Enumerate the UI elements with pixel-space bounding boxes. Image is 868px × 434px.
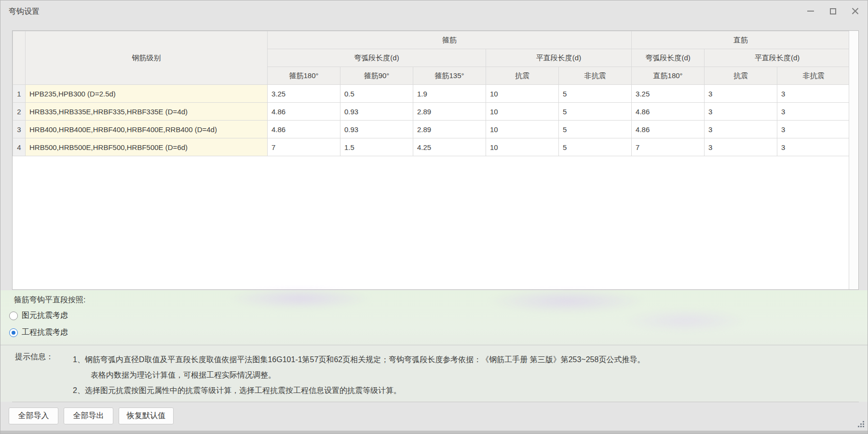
cell-rebar-level[interactable]: HRB500,HRB500E,HRBF500,HRBF500E (D=6d): [26, 138, 268, 156]
hint-line-3: 2、选择图元抗震按图元属性中的抗震等级计算，选择工程抗震按工程信息设置的抗震等级…: [73, 383, 645, 398]
export-all-button[interactable]: 全部导出: [64, 407, 113, 424]
cell-value[interactable]: 5: [559, 103, 632, 121]
window-title: 弯钩设置: [9, 7, 40, 17]
cell-value[interactable]: 3.25: [268, 85, 340, 103]
header-stirrup-straight-length: 平直段长度(d): [486, 49, 632, 67]
cell-value[interactable]: 5: [559, 85, 632, 103]
header-stirrup-135: 箍筋135°: [413, 67, 486, 85]
resize-grip-icon[interactable]: [856, 420, 864, 427]
hint-line-1: 1、钢筋弯弧内直径D取值及平直段长度取值依据平法图集16G101-1第57页和6…: [73, 352, 645, 367]
cell-value[interactable]: 4.86: [632, 121, 705, 138]
cell-rebar-level[interactable]: HRB400,HRB400E,HRBF400,HRBF400E,RRB400 (…: [26, 121, 268, 138]
table-scrollbar[interactable]: [849, 31, 858, 289]
hint-label: 提示信息：: [15, 352, 54, 362]
cell-value[interactable]: 7: [632, 138, 705, 156]
cell-value[interactable]: 3: [705, 121, 777, 138]
cell-value[interactable]: 3.25: [632, 85, 705, 103]
cell-value[interactable]: 3: [777, 85, 850, 103]
cell-value[interactable]: 3: [705, 138, 777, 156]
cell-value[interactable]: 3: [705, 103, 777, 121]
hook-settings-table: 钢筋级别 箍筋 直筋 弯弧段长度(d) 平直段长度(d) 弯弧段长度(d) 平直…: [12, 30, 859, 290]
table-row: 2 HRB335,HRB335E,HRBF335,HRBF335E (D=4d)…: [13, 103, 850, 121]
close-button[interactable]: [847, 4, 863, 18]
cell-value[interactable]: 4.25: [413, 138, 486, 156]
header-seismic: 抗震: [486, 67, 559, 85]
stirrup-hook-option-section: 箍筋弯钩平直段按照: 图元抗震考虑 工程抗震考虑: [0, 290, 868, 345]
hint-line-2: 表格内数据为理论计算值，可根据工程实际情况调整。: [73, 367, 645, 383]
cell-rebar-level[interactable]: HRB335,HRB335E,HRBF335,HRBF335E (D=4d): [26, 103, 268, 121]
header-stirrup-180: 箍筋180°: [268, 67, 340, 85]
cell-value[interactable]: 4.86: [268, 103, 340, 121]
table-row: 1 HPB235,HPB300 (D=2.5d) 3.25 0.5 1.9 10…: [13, 85, 850, 103]
header-non-seismic: 非抗震: [559, 67, 632, 85]
minimize-icon: [807, 11, 814, 12]
cell-value[interactable]: 5: [559, 121, 632, 138]
header-non-seismic-2: 非抗震: [777, 67, 850, 85]
row-number: 3: [13, 121, 26, 138]
cell-value[interactable]: 0.5: [340, 85, 413, 103]
cell-value[interactable]: 1.5: [340, 138, 413, 156]
table-row: 4 HRB500,HRB500E,HRBF500,HRBF500E (D=6d)…: [13, 138, 850, 156]
close-icon: [852, 8, 859, 15]
row-number: 1: [13, 85, 26, 103]
header-straight-arc-length: 弯弧段长度(d): [632, 49, 705, 67]
cell-value[interactable]: 3: [777, 121, 850, 138]
screen-artifact: [488, 288, 647, 313]
cell-value[interactable]: 3: [705, 85, 777, 103]
cell-value[interactable]: 4.86: [632, 103, 705, 121]
window-bottom-edge: [0, 431, 868, 434]
cell-value[interactable]: 2.89: [413, 103, 486, 121]
header-straight-straight-length: 平直段长度(d): [705, 49, 850, 67]
header-stirrup-arc-length: 弯弧段长度(d): [268, 49, 486, 67]
import-all-button[interactable]: 全部导入: [9, 407, 58, 424]
cell-value[interactable]: 0.93: [340, 121, 413, 138]
titlebar: 弯钩设置: [0, 0, 868, 22]
header-straight-180: 直筋180°: [632, 67, 705, 85]
table-row: 3 HRB400,HRB400E,HRBF400,HRBF400E,RRB400…: [13, 121, 850, 138]
footer: 全部导入 全部导出 恢复默认值: [0, 402, 868, 432]
screen-artifact: [623, 309, 748, 333]
header-seismic-2: 抗震: [705, 67, 777, 85]
cell-rebar-level[interactable]: HPB235,HPB300 (D=2.5d): [26, 85, 268, 103]
cell-value[interactable]: 3: [777, 138, 850, 156]
cell-value[interactable]: 7: [268, 138, 340, 156]
maximize-icon: [830, 8, 836, 14]
cell-value[interactable]: 10: [486, 138, 559, 156]
row-number: 2: [13, 103, 26, 121]
restore-defaults-button[interactable]: 恢复默认值: [119, 407, 174, 424]
header-group-stirrup: 箍筋: [268, 31, 632, 49]
cell-value[interactable]: 0.93: [340, 103, 413, 121]
header-stirrup-90: 箍筋90°: [340, 67, 413, 85]
cell-value[interactable]: 4.86: [268, 121, 340, 138]
radio-icon[interactable]: [9, 312, 18, 320]
option-group-label: 箍筋弯钩平直段按照:: [14, 295, 85, 305]
cell-value[interactable]: 1.9: [413, 85, 486, 103]
radio-label: 工程抗震考虑: [22, 327, 68, 338]
radio-element-seismic[interactable]: 图元抗震考虑: [9, 311, 68, 321]
cell-value[interactable]: 10: [486, 121, 559, 138]
cell-value[interactable]: 3: [777, 103, 850, 121]
screen-artifact: [227, 287, 372, 310]
hint-section: 提示信息： 1、钢筋弯弧内直径D取值及平直段长度取值依据平法图集16G101-1…: [0, 345, 868, 402]
cell-value[interactable]: 10: [486, 85, 559, 103]
row-number: 4: [13, 138, 26, 156]
radio-icon[interactable]: [9, 328, 18, 337]
footer-divider: [12, 402, 859, 402]
radio-project-seismic[interactable]: 工程抗震考虑: [9, 327, 68, 338]
hint-text: 1、钢筋弯弧内直径D取值及平直段长度取值依据平法图集16G101-1第57页和6…: [73, 352, 645, 398]
minimize-button[interactable]: [803, 4, 818, 18]
cell-value[interactable]: 5: [559, 138, 632, 156]
cell-value[interactable]: 2.89: [413, 121, 486, 138]
radio-label: 图元抗震考虑: [22, 311, 68, 321]
cell-value[interactable]: 10: [486, 103, 559, 121]
header-group-straight: 直筋: [632, 31, 850, 49]
maximize-button[interactable]: [825, 4, 841, 18]
corner-header-cell: [13, 31, 26, 85]
header-rebar-level: 钢筋级别: [26, 31, 268, 85]
